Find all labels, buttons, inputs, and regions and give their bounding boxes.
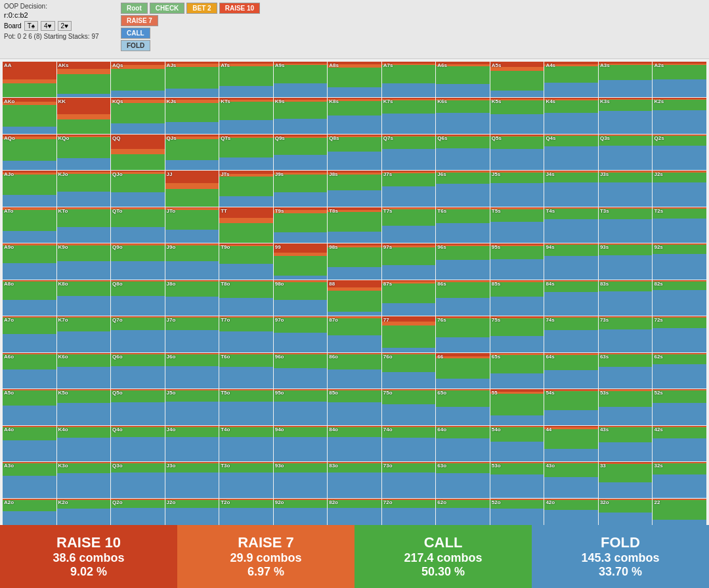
cell-65o[interactable]: 65o	[436, 389, 490, 425]
cell-A6s[interactable]: A6s	[436, 62, 490, 97]
cell-JTs[interactable]: JTs	[219, 171, 273, 206]
cell-J5s[interactable]: J5s	[490, 171, 544, 206]
cell-T3o[interactable]: T3o	[219, 462, 273, 497]
cell-87o[interactable]: 87o	[328, 316, 381, 352]
cell-J9o[interactable]: J9o	[165, 243, 219, 279]
cell-88[interactable]: 88	[328, 280, 381, 316]
cell-55[interactable]: 55	[490, 389, 544, 425]
cell-77[interactable]: 77	[382, 316, 436, 352]
cell-ATo[interactable]: ATo	[3, 207, 56, 243]
cell-Q6o[interactable]: Q6o	[111, 353, 165, 388]
cell-97s[interactable]: 97s	[382, 243, 436, 279]
cell-A2o[interactable]: A2o	[3, 499, 56, 525]
cell-A3o[interactable]: A3o	[3, 462, 56, 497]
cell-QTs[interactable]: QTs	[219, 135, 273, 170]
cell-TT[interactable]: TT	[219, 207, 273, 243]
cell-J7o[interactable]: J7o	[165, 316, 219, 352]
cell-AQo[interactable]: AQo	[3, 135, 56, 170]
cell-97o[interactable]: 97o	[274, 316, 328, 352]
cell-J8s[interactable]: J8s	[328, 171, 381, 206]
raise10-button[interactable]: RAISE 10	[219, 3, 260, 14]
cell-72s[interactable]: 72s	[653, 316, 706, 352]
cell-K3s[interactable]: K3s	[599, 98, 653, 133]
cell-75s[interactable]: 75s	[490, 316, 544, 352]
cell-76s[interactable]: 76s	[436, 316, 490, 352]
cell-J2s[interactable]: J2s	[653, 171, 706, 206]
fold-button[interactable]: FOLD	[121, 40, 150, 51]
cell-72o[interactable]: 72o	[382, 499, 436, 525]
cell-K8s[interactable]: K8s	[328, 98, 381, 133]
cell-Q7o[interactable]: Q7o	[111, 316, 165, 352]
cell-62s[interactable]: 62s	[653, 353, 706, 388]
cell-KQs[interactable]: KQs	[111, 98, 165, 133]
cell-J4o[interactable]: J4o	[165, 426, 219, 461]
cell-T7s[interactable]: T7s	[382, 207, 436, 243]
cell-43o[interactable]: 43o	[544, 462, 598, 497]
cell-AKs[interactable]: AKs	[57, 62, 111, 97]
cell-A7o[interactable]: A7o	[3, 316, 56, 352]
cell-94o[interactable]: 94o	[274, 426, 328, 461]
cell-AA[interactable]: AA	[3, 62, 56, 97]
cell-43s[interactable]: 43s	[599, 426, 653, 461]
cell-A3s[interactable]: A3s	[599, 62, 653, 97]
cell-33[interactable]: 33	[599, 462, 653, 497]
cell-T4o[interactable]: T4o	[219, 426, 273, 461]
cell-QJs[interactable]: QJs	[165, 135, 219, 170]
cell-Q7s[interactable]: Q7s	[382, 135, 436, 170]
cell-AQs[interactable]: AQs	[111, 62, 165, 97]
cell-74o[interactable]: 74o	[382, 426, 436, 461]
cell-53s[interactable]: 53s	[599, 389, 653, 425]
cell-A8o[interactable]: A8o	[3, 280, 56, 316]
cell-K2s[interactable]: K2s	[653, 98, 706, 133]
cell-T3s[interactable]: T3s	[599, 207, 653, 243]
cell-53o[interactable]: 53o	[490, 462, 544, 497]
cell-93s[interactable]: 93s	[599, 243, 653, 279]
cell-Q2o[interactable]: Q2o	[111, 499, 165, 525]
cell-KJo[interactable]: KJo	[57, 171, 111, 206]
cell-J8o[interactable]: J8o	[165, 280, 219, 316]
cell-Q4s[interactable]: Q4s	[544, 135, 598, 170]
cell-63s[interactable]: 63s	[599, 353, 653, 388]
cell-J3o[interactable]: J3o	[165, 462, 219, 497]
cell-98o[interactable]: 98o	[274, 280, 328, 316]
cell-62o[interactable]: 62o	[436, 499, 490, 525]
cell-Q6s[interactable]: Q6s	[436, 135, 490, 170]
cell-86o[interactable]: 86o	[328, 353, 381, 388]
cell-T2o[interactable]: T2o	[219, 499, 273, 525]
cell-87s[interactable]: 87s	[382, 280, 436, 316]
cell-42o[interactable]: 42o	[544, 499, 598, 525]
cell-A8s[interactable]: A8s	[328, 62, 381, 97]
cell-Q5s[interactable]: Q5s	[490, 135, 544, 170]
cell-AJo[interactable]: AJo	[3, 171, 56, 206]
cell-65s[interactable]: 65s	[490, 353, 544, 388]
cell-KTo[interactable]: KTo	[57, 207, 111, 243]
cell-83o[interactable]: 83o	[328, 462, 381, 497]
cell-A6o[interactable]: A6o	[3, 353, 56, 388]
cell-84o[interactable]: 84o	[328, 426, 381, 461]
cell-Q2s[interactable]: Q2s	[653, 135, 706, 170]
cell-A2s[interactable]: A2s	[653, 62, 706, 97]
cell-A4o[interactable]: A4o	[3, 426, 56, 461]
cell-A5o[interactable]: A5o	[3, 389, 56, 425]
cell-KK[interactable]: KK	[57, 98, 111, 133]
cell-A4s[interactable]: A4s	[544, 62, 598, 97]
cell-K6s[interactable]: K6s	[436, 98, 490, 133]
cell-96o[interactable]: 96o	[274, 353, 328, 388]
root-button[interactable]: Root	[121, 3, 148, 14]
cell-J7s[interactable]: J7s	[382, 171, 436, 206]
cell-A7s[interactable]: A7s	[382, 62, 436, 97]
cell-A9s[interactable]: A9s	[274, 62, 328, 97]
cell-K4s[interactable]: K4s	[544, 98, 598, 133]
cell-95s[interactable]: 95s	[490, 243, 544, 279]
cell-52s[interactable]: 52s	[653, 389, 706, 425]
cell-T8s[interactable]: T8s	[328, 207, 381, 243]
cell-73s[interactable]: 73s	[599, 316, 653, 352]
cell-K7s[interactable]: K7s	[382, 98, 436, 133]
cell-Q3o[interactable]: Q3o	[111, 462, 165, 497]
cell-K3o[interactable]: K3o	[57, 462, 111, 497]
cell-A5s[interactable]: A5s	[490, 62, 544, 97]
cell-J2o[interactable]: J2o	[165, 499, 219, 525]
cell-KTs[interactable]: KTs	[219, 98, 273, 133]
cell-52o[interactable]: 52o	[490, 499, 544, 525]
cell-QJo[interactable]: QJo	[111, 171, 165, 206]
